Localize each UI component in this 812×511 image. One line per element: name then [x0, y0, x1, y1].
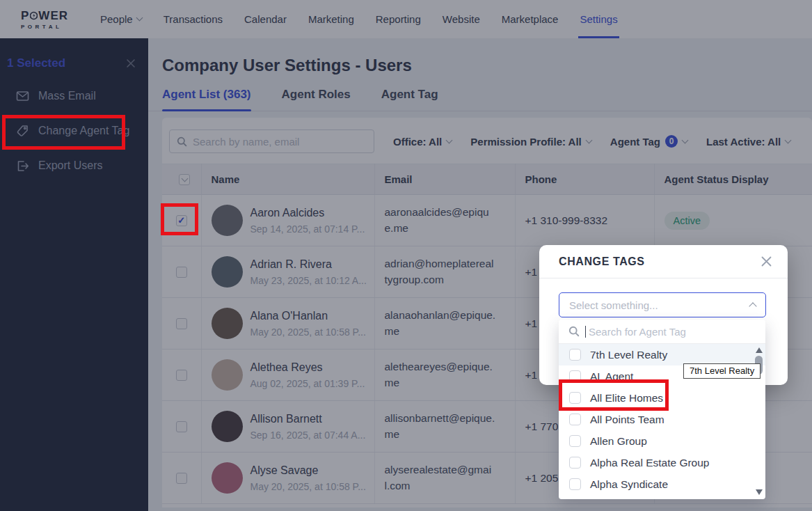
tag-option[interactable]: Alpha Real Estate Group	[559, 452, 765, 473]
tag-select[interactable]: Select something...	[559, 292, 766, 317]
option-checkbox[interactable]	[569, 435, 581, 447]
tag-option[interactable]: 7th Level Realty	[559, 344, 765, 365]
option-checkbox[interactable]	[569, 349, 581, 361]
option-checkbox[interactable]	[569, 414, 581, 425]
option-checkbox[interactable]	[569, 457, 581, 469]
scroll-down-arrow-icon[interactable]	[756, 489, 763, 495]
chevron-up-icon	[749, 302, 756, 310]
tag-option[interactable]: Alpha Syndicate	[559, 473, 765, 495]
annotation-box-change-agent-tag	[2, 115, 125, 150]
option-checkbox[interactable]	[569, 478, 581, 490]
tag-option[interactable]: All Points Team	[559, 409, 765, 430]
annotation-box-row-checkbox	[161, 203, 198, 235]
text-cursor	[585, 326, 586, 338]
search-icon	[568, 326, 580, 337]
close-icon[interactable]	[761, 256, 772, 267]
scroll-up-arrow-icon[interactable]	[756, 347, 763, 353]
annotation-box-all-elite-homes	[559, 379, 669, 411]
tooltip: 7th Level Realty	[683, 363, 761, 379]
tag-option[interactable]: Allen Group	[559, 430, 765, 452]
modal-title: CHANGE TAGS	[559, 256, 645, 268]
tag-search-input[interactable]: Search for Agent Tag	[559, 320, 765, 344]
